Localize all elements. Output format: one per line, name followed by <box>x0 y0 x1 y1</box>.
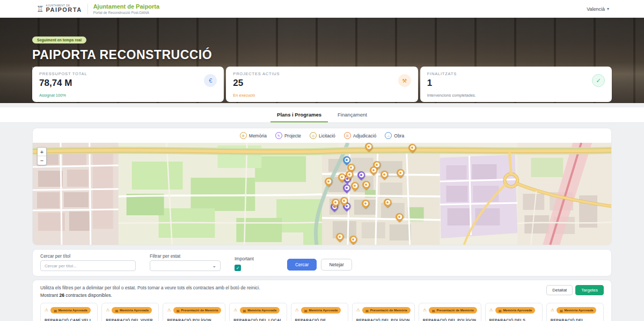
project-card[interactable]: ⚠ ▤Memòria Aprovada REPARACIÓ DE L'EDIFI… <box>291 303 348 321</box>
map-marker-memoria[interactable] <box>394 211 405 222</box>
stat-footer: Assignat 100% <box>39 93 217 98</box>
city-logo[interactable]: ♖ AJUNTAMENT DE PAIPORTA <box>36 5 82 13</box>
stat-card-active-projects: PROJECTES ACTIUS 25 En execució ⚒ <box>226 67 418 102</box>
stat-label: PROJECTES ACTIUS <box>233 71 411 76</box>
map-marker-memoria[interactable] <box>348 234 358 245</box>
project-card[interactable]: ⚠ ▤Memòria Aprovada REPARACIÓ DEL SECTOR… <box>546 303 604 321</box>
status-badge: ▤Memòria Aprovada <box>240 307 280 313</box>
legend-item-adjudicacio: ⚖ Adjudicació <box>344 132 376 139</box>
project-title: REPARACIÓ POLÍGON ALQUERIA DE MINA <box>167 318 221 321</box>
map-marker-memoria[interactable] <box>363 141 374 152</box>
status-badge: ▤Memòria Aprovada <box>112 307 151 313</box>
important-label: Important <box>235 256 254 261</box>
stat-value: 1 <box>427 78 605 89</box>
legend-item-licitacio: ◎ Licitació <box>310 132 335 139</box>
check-circle-icon: ✓ <box>592 74 605 87</box>
map-marker-memoria[interactable] <box>360 198 371 209</box>
document-icon: ▤ <box>243 309 246 312</box>
map-marker-projecte[interactable] <box>356 170 367 180</box>
live-badge: Seguiment en temps real <box>32 37 86 43</box>
tab-plans-i-programes[interactable]: Plans i Programes <box>270 107 328 122</box>
warning-icon: ⚠ <box>233 308 237 312</box>
document-icon: ▤ <box>560 309 563 312</box>
status-badge: ▤Memòria Aprovada <box>301 307 341 313</box>
status-badge: ▤Memòria Aprovada <box>557 307 596 313</box>
map[interactable]: + − <box>33 143 611 245</box>
warning-icon: ⚠ <box>295 308 299 312</box>
tabs-bar: Plans i Programes Finançament <box>0 107 644 123</box>
project-card[interactable]: ⚠ ▤Presentació de Memòria REPARACIÓ POLÍ… <box>163 303 225 321</box>
stats-row: PRESSUPOST TOTAL 78,74 M Assignat 100% €… <box>32 67 612 102</box>
project-card[interactable]: ⚠ ▤Memòria Aprovada REPARACIÓ DEL VIVER … <box>101 303 159 321</box>
zoom-out-button[interactable]: − <box>38 156 46 165</box>
city-crest-icon: ♖ <box>36 5 43 13</box>
app-title: Ajuntament de Paiporta <box>93 3 159 10</box>
document-icon: ▤ <box>304 309 308 312</box>
chevron-down-icon: ▾ <box>607 6 609 11</box>
language-label: Valencià <box>587 6 605 12</box>
legend-item-projecte: ✎ Projecte <box>275 132 301 139</box>
chevron-down-icon: ⌄ <box>212 263 216 268</box>
state-filter-label: Filtrar per estat <box>150 253 221 259</box>
zoom-in-button[interactable]: + <box>38 148 46 156</box>
legend-item-memoria: ≣ Memòria <box>240 132 267 139</box>
state-select[interactable]: ⌄ <box>150 260 221 271</box>
brand: ♖ AJUNTAMENT DE PAIPORTA Ajuntament de P… <box>36 3 159 14</box>
stat-value: 78,74 M <box>39 78 217 89</box>
top-header: ♖ AJUNTAMENT DE PAIPORTA Ajuntament de P… <box>0 0 644 18</box>
gavel-icon: ⚖ <box>344 132 351 139</box>
project-card[interactable]: ⚠ ▤Memòria Aprovada REPARACIÓ CAMÍ VELL … <box>40 303 98 321</box>
document-icon: ▤ <box>177 309 180 312</box>
map-card: ≣ Memòria ✎ Projecte ◎ Licitació ⚖ Adjud… <box>32 128 612 245</box>
page-title: PAIPORTA RECONSTRUCCIÓ <box>32 48 212 62</box>
warning-icon: ⚠ <box>356 308 360 312</box>
project-card[interactable]: ⚠ ▤Memòria Aprovada REPARACIÓ DEL LOCAL … <box>229 303 287 321</box>
project-cards-grid: ⚠ ▤Memòria Aprovada REPARACIÓ CAMÍ VELL … <box>40 303 604 321</box>
project-title: REPARACIÓ DELS HORTS URBANS <box>489 318 538 321</box>
results-count-number: 26 <box>59 293 64 298</box>
search-button[interactable]: Cercar <box>287 259 317 271</box>
warning-icon: ⚠ <box>45 308 48 312</box>
status-badge: ▤Presentació de Memòria <box>429 307 477 313</box>
map-marker-memoria[interactable] <box>323 176 334 187</box>
map-marker-memoria[interactable] <box>350 180 361 191</box>
results-hint: Utilitza els filtres per a delimitar per… <box>40 285 604 290</box>
construction-helmet-icon: ⚒ <box>398 74 411 87</box>
status-badge: ▤Memòria Aprovada <box>495 307 535 313</box>
map-zoom-control: + − <box>37 147 47 165</box>
status-badge: ▤Memòria Aprovada <box>50 307 90 313</box>
project-title: REPARACIÓ DEL SECTOR 2 <box>551 318 599 321</box>
hero-section: Seguiment en temps real PAIPORTA RECONST… <box>0 18 644 103</box>
map-marker-memoria[interactable] <box>382 197 393 208</box>
document-icon: ▤ <box>432 309 435 312</box>
stat-footer: Intervencions completades. <box>427 93 605 98</box>
detailed-view-button[interactable]: Detallat <box>546 285 573 295</box>
map-legend: ≣ Memòria ✎ Projecte ◎ Licitació ⚖ Adjud… <box>33 128 611 143</box>
document-icon: ▤ <box>499 309 502 312</box>
map-marker-memoria[interactable] <box>395 167 406 178</box>
map-marker-memoria[interactable] <box>335 231 346 242</box>
language-switcher[interactable]: Valencià ▾ <box>587 6 609 12</box>
magnifier-icon: ◎ <box>310 132 317 139</box>
map-markers <box>33 143 611 245</box>
warning-icon: ⚠ <box>106 308 109 312</box>
project-title: REPARACIÓ DEL POLÍGON LA PASQUALETA <box>423 318 477 321</box>
search-input[interactable] <box>40 260 136 271</box>
important-checkbox[interactable]: ✓ <box>235 265 241 271</box>
cards-view-button[interactable]: Targetes <box>575 285 604 295</box>
document-icon: ▤ <box>54 309 57 312</box>
map-marker-memoria[interactable] <box>379 169 390 180</box>
warning-icon: ⚠ <box>423 308 427 312</box>
tab-financament[interactable]: Finançament <box>331 107 374 122</box>
document-icon: ▤ <box>115 309 118 312</box>
results-section: Utilitza els filtres per a delimitar per… <box>32 280 612 321</box>
project-card[interactable]: ⚠ ▤Presentació de Memòria REPARACIÓ DEL … <box>419 303 481 321</box>
status-badge: ▤Presentació de Memòria <box>362 307 411 313</box>
reset-button[interactable]: Netejar <box>321 259 352 271</box>
document-icon: ▤ <box>365 309 369 312</box>
project-card[interactable]: ⚠ ▤Memòria Aprovada REPARACIÓ DELS HORTS… <box>485 303 543 321</box>
map-marker-memoria[interactable] <box>361 179 371 190</box>
project-card[interactable]: ⚠ ▤Presentació de Memòria REPARACIÓ DEL … <box>352 303 415 321</box>
map-marker-memoria[interactable] <box>407 142 418 153</box>
filter-bar: Cercar per títol Filtrar per estat ⌄ Imp… <box>32 249 612 276</box>
